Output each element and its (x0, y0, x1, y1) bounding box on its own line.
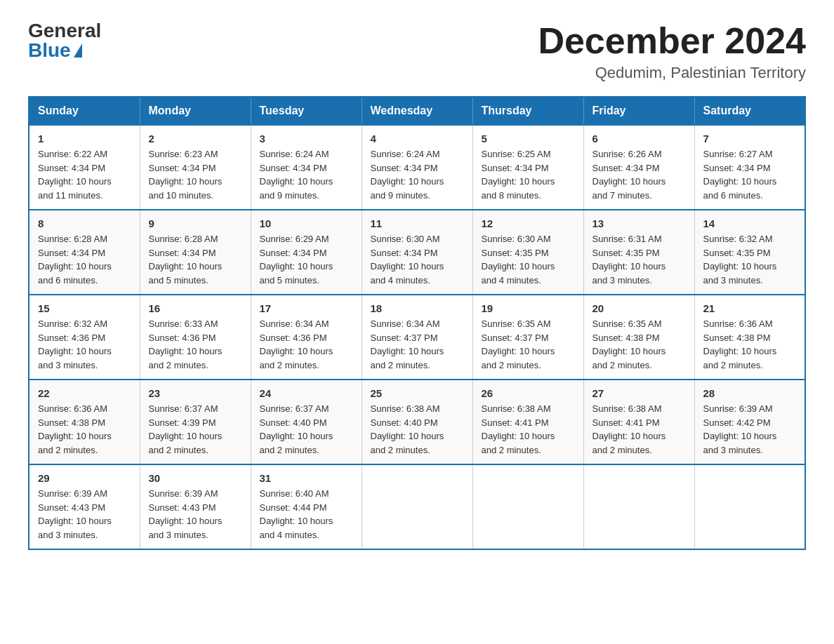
calendar-cell: 13Sunrise: 6:31 AM Sunset: 4:35 PM Dayli… (583, 210, 694, 295)
day-number: 11 (371, 217, 464, 229)
day-number: 18 (371, 302, 464, 314)
calendar-cell: 2Sunrise: 6:23 AM Sunset: 4:34 PM Daylig… (140, 125, 251, 210)
day-info: Sunrise: 6:28 AM Sunset: 4:34 PM Dayligh… (149, 232, 242, 287)
calendar-cell: 12Sunrise: 6:30 AM Sunset: 4:35 PM Dayli… (472, 210, 583, 295)
day-number: 29 (38, 472, 131, 484)
day-number: 2 (149, 133, 242, 145)
calendar-week-row: 22Sunrise: 6:36 AM Sunset: 4:38 PM Dayli… (29, 380, 805, 464)
day-info: Sunrise: 6:31 AM Sunset: 4:35 PM Dayligh… (593, 232, 686, 287)
day-number: 25 (371, 387, 464, 399)
calendar-cell: 4Sunrise: 6:24 AM Sunset: 4:34 PM Daylig… (362, 125, 472, 210)
calendar-week-row: 8Sunrise: 6:28 AM Sunset: 4:34 PM Daylig… (29, 210, 805, 295)
day-number: 9 (149, 217, 242, 229)
calendar-cell: 14Sunrise: 6:32 AM Sunset: 4:35 PM Dayli… (694, 210, 805, 295)
calendar-cell (694, 464, 805, 549)
calendar-cell: 31Sunrise: 6:40 AM Sunset: 4:44 PM Dayli… (251, 464, 362, 549)
day-number: 1 (38, 133, 131, 145)
day-number: 15 (38, 302, 131, 314)
location-subtitle: Qedumim, Palestinian Territory (538, 64, 806, 82)
calendar-cell: 25Sunrise: 6:38 AM Sunset: 4:40 PM Dayli… (362, 380, 472, 464)
day-info: Sunrise: 6:28 AM Sunset: 4:34 PM Dayligh… (38, 232, 131, 287)
day-info: Sunrise: 6:33 AM Sunset: 4:36 PM Dayligh… (149, 317, 242, 372)
day-info: Sunrise: 6:39 AM Sunset: 4:42 PM Dayligh… (703, 402, 797, 457)
calendar-header-row: SundayMondayTuesdayWednesdayThursdayFrid… (29, 97, 805, 125)
calendar-cell: 30Sunrise: 6:39 AM Sunset: 4:43 PM Dayli… (140, 464, 251, 549)
day-info: Sunrise: 6:37 AM Sunset: 4:40 PM Dayligh… (260, 402, 353, 457)
day-info: Sunrise: 6:35 AM Sunset: 4:38 PM Dayligh… (593, 317, 686, 372)
header: General Blue December 2024 Qedumim, Pale… (28, 21, 806, 82)
day-info: Sunrise: 6:39 AM Sunset: 4:43 PM Dayligh… (38, 487, 131, 542)
day-info: Sunrise: 6:26 AM Sunset: 4:34 PM Dayligh… (593, 147, 686, 202)
day-info: Sunrise: 6:38 AM Sunset: 4:41 PM Dayligh… (593, 402, 686, 457)
day-number: 24 (260, 387, 353, 399)
day-number: 10 (260, 217, 353, 229)
day-info: Sunrise: 6:40 AM Sunset: 4:44 PM Dayligh… (260, 487, 353, 542)
day-info: Sunrise: 6:38 AM Sunset: 4:40 PM Dayligh… (371, 402, 464, 457)
day-number: 3 (260, 133, 353, 145)
day-number: 5 (482, 133, 575, 145)
calendar-cell: 27Sunrise: 6:38 AM Sunset: 4:41 PM Dayli… (583, 380, 694, 464)
day-info: Sunrise: 6:39 AM Sunset: 4:43 PM Dayligh… (149, 487, 242, 542)
day-number: 27 (593, 387, 686, 399)
calendar-cell: 8Sunrise: 6:28 AM Sunset: 4:34 PM Daylig… (29, 210, 140, 295)
calendar-cell: 16Sunrise: 6:33 AM Sunset: 4:36 PM Dayli… (140, 295, 251, 380)
calendar-cell: 10Sunrise: 6:29 AM Sunset: 4:34 PM Dayli… (251, 210, 362, 295)
day-info: Sunrise: 6:32 AM Sunset: 4:35 PM Dayligh… (703, 232, 797, 287)
logo: General Blue (28, 21, 101, 60)
day-info: Sunrise: 6:34 AM Sunset: 4:36 PM Dayligh… (260, 317, 353, 372)
header-saturday: Saturday (694, 97, 805, 125)
logo-blue-text: Blue (28, 41, 84, 60)
day-number: 19 (482, 302, 575, 314)
calendar-cell: 20Sunrise: 6:35 AM Sunset: 4:38 PM Dayli… (583, 295, 694, 380)
day-info: Sunrise: 6:36 AM Sunset: 4:38 PM Dayligh… (703, 317, 797, 372)
day-number: 8 (38, 217, 131, 229)
day-number: 7 (703, 133, 797, 145)
day-number: 30 (149, 472, 242, 484)
calendar-cell: 5Sunrise: 6:25 AM Sunset: 4:34 PM Daylig… (472, 125, 583, 210)
calendar-week-row: 1Sunrise: 6:22 AM Sunset: 4:34 PM Daylig… (29, 125, 805, 210)
calendar-cell: 29Sunrise: 6:39 AM Sunset: 4:43 PM Dayli… (29, 464, 140, 549)
calendar-cell: 18Sunrise: 6:34 AM Sunset: 4:37 PM Dayli… (362, 295, 472, 380)
calendar-cell: 15Sunrise: 6:32 AM Sunset: 4:36 PM Dayli… (29, 295, 140, 380)
day-info: Sunrise: 6:27 AM Sunset: 4:34 PM Dayligh… (703, 147, 797, 202)
day-number: 28 (703, 387, 797, 399)
day-info: Sunrise: 6:24 AM Sunset: 4:34 PM Dayligh… (260, 147, 353, 202)
calendar-cell: 7Sunrise: 6:27 AM Sunset: 4:34 PM Daylig… (694, 125, 805, 210)
day-info: Sunrise: 6:25 AM Sunset: 4:34 PM Dayligh… (482, 147, 575, 202)
day-number: 6 (593, 133, 686, 145)
day-number: 17 (260, 302, 353, 314)
day-info: Sunrise: 6:38 AM Sunset: 4:41 PM Dayligh… (482, 402, 575, 457)
day-number: 4 (371, 133, 464, 145)
day-info: Sunrise: 6:32 AM Sunset: 4:36 PM Dayligh… (38, 317, 131, 372)
logo-triangle-icon (74, 43, 82, 58)
logo-general-text: General (28, 21, 101, 41)
day-number: 14 (703, 217, 797, 229)
calendar-week-row: 15Sunrise: 6:32 AM Sunset: 4:36 PM Dayli… (29, 295, 805, 380)
calendar-cell: 28Sunrise: 6:39 AM Sunset: 4:42 PM Dayli… (694, 380, 805, 464)
calendar-week-row: 29Sunrise: 6:39 AM Sunset: 4:43 PM Dayli… (29, 464, 805, 549)
day-info: Sunrise: 6:37 AM Sunset: 4:39 PM Dayligh… (149, 402, 242, 457)
day-number: 20 (593, 302, 686, 314)
day-number: 21 (703, 302, 797, 314)
calendar-cell (472, 464, 583, 549)
calendar-cell (583, 464, 694, 549)
header-wednesday: Wednesday (362, 97, 472, 125)
day-number: 22 (38, 387, 131, 399)
calendar-cell (362, 464, 472, 549)
header-tuesday: Tuesday (251, 97, 362, 125)
day-number: 16 (149, 302, 242, 314)
day-number: 26 (482, 387, 575, 399)
calendar-cell: 26Sunrise: 6:38 AM Sunset: 4:41 PM Dayli… (472, 380, 583, 464)
day-info: Sunrise: 6:24 AM Sunset: 4:34 PM Dayligh… (371, 147, 464, 202)
day-number: 13 (593, 217, 686, 229)
day-info: Sunrise: 6:30 AM Sunset: 4:35 PM Dayligh… (482, 232, 575, 287)
day-number: 23 (149, 387, 242, 399)
day-info: Sunrise: 6:34 AM Sunset: 4:37 PM Dayligh… (371, 317, 464, 372)
calendar-cell: 9Sunrise: 6:28 AM Sunset: 4:34 PM Daylig… (140, 210, 251, 295)
header-monday: Monday (140, 97, 251, 125)
header-friday: Friday (583, 97, 694, 125)
calendar-cell: 1Sunrise: 6:22 AM Sunset: 4:34 PM Daylig… (29, 125, 140, 210)
calendar-cell: 3Sunrise: 6:24 AM Sunset: 4:34 PM Daylig… (251, 125, 362, 210)
day-info: Sunrise: 6:35 AM Sunset: 4:37 PM Dayligh… (482, 317, 575, 372)
calendar-cell: 11Sunrise: 6:30 AM Sunset: 4:34 PM Dayli… (362, 210, 472, 295)
